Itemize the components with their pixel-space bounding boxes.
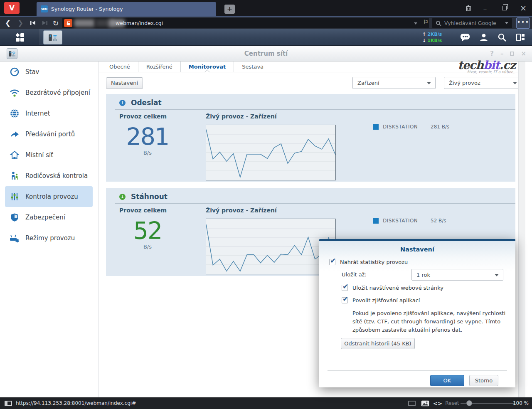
sidebar-item-predavani-portu[interactable]: Předávání portů [5,124,93,145]
web-history-label: Uložit navštívené webové stránky [352,285,443,291]
url-text[interactable]: webman/index.cgi [116,18,163,28]
save-duration-value: 1 rok [416,269,430,281]
zoom-slider-handle[interactable] [466,400,472,406]
web-history-checkbox[interactable] [342,285,348,291]
sidebar-item-bezdratove-pripojeni[interactable]: Bezdrátové připojení [5,82,93,103]
search-engine-icon[interactable] [436,20,441,26]
app-minimize-button[interactable]: – [500,50,504,57]
network-center-taskbar-button[interactable] [43,30,62,44]
new-tab-button[interactable]: + [224,5,235,14]
status-url: https://94.113.253.28:8001/webman/index.… [16,397,136,409]
window-restore-button[interactable] [498,0,510,16]
trash-icon[interactable] [462,0,475,16]
tab-obecne[interactable]: Obecné [101,62,138,72]
save-duration-dropdown[interactable]: 1 rok [411,269,503,281]
upload-section: ↑ Odeslat Provoz celkem 281 B/s Živý pro… [106,94,515,182]
upload-section-title: Odeslat [131,99,162,107]
fast-forward-icon[interactable] [39,17,50,29]
sidebar: Stav Bezdrátové připojení Internet Předá… [0,62,99,397]
settings-button[interactable]: Nastavení [106,77,143,89]
app-detection-checkbox[interactable] [342,297,348,303]
search-button[interactable] [495,32,509,43]
download-rate: 1KB/s [427,37,442,44]
insecure-lock-icon[interactable] [64,19,72,27]
search-engine-dropdown-icon[interactable] [505,22,508,24]
upload-total-label: Provoz celkem [119,113,167,120]
settings-dialog: Nastavení Nahrát statistiky provozu Ulož… [319,239,515,387]
app-close-button[interactable]: × [521,50,526,57]
download-unit: B/s [114,244,181,250]
code-view-icon[interactable]: <> [432,397,443,409]
page-actions-icon[interactable] [406,397,418,409]
upload-value: 281 [114,125,181,149]
app-help-button[interactable]: ? [490,50,494,57]
chevron-down-icon [513,82,517,84]
app-detection-label: Povolit zjišťování aplikací [352,297,420,303]
sidebar-item-label: Místní síť [25,151,53,159]
family-icon [9,170,20,181]
user-menu-button[interactable] [477,32,490,43]
sidebar-item-stav[interactable]: Stav [5,62,93,82]
url-dropdown-icon[interactable] [414,22,417,25]
download-legend: DISKSTATION 52 B/s [373,218,446,224]
window-minimize-button[interactable]: – [479,0,491,16]
vivaldi-logo-icon[interactable]: V [4,2,20,14]
download-circle-icon: ↓ [119,194,126,200]
legend-device-value: 52 B/s [431,218,446,224]
back-icon[interactable]: ❮ [2,17,13,29]
device-dropdown[interactable]: Zařízení [352,77,436,89]
upload-live-chart [206,125,336,180]
zoom-level: 100 % [513,397,529,409]
download-live-chart [206,219,336,274]
legend-color-swatch [373,124,379,130]
sidebar-item-mistni-sit[interactable]: Místní síť [5,145,93,165]
app-window-titlebar[interactable]: Centrum sítí ? – × [0,46,532,62]
window-close-button[interactable]: × [517,0,530,16]
sidebar-item-kontrola-provozu[interactable]: Kontrola provozu [5,186,93,207]
tab-sestava[interactable]: Sestava [234,62,271,72]
home-network-icon [9,150,20,160]
search-field[interactable]: Vyhledávání Google [432,18,512,28]
srm-favicon-icon: SRM [41,5,48,12]
browser-navbar: ❮ ❯ ↻ ⌂ webman/index.cgi ⚐ Vyhledávání G [0,16,532,29]
sidebar-item-label: Internet [25,110,50,117]
zoom-reset-button[interactable]: Reset [445,397,460,409]
upload-stats-checkbox[interactable] [329,259,335,265]
legend-device-value: 281 B/s [431,124,449,130]
sidebar-item-rezimy-provozu[interactable]: Režimy provozu [5,228,93,249]
rewind-icon[interactable] [27,17,38,29]
bookmark-flag-icon[interactable]: ⚐ [423,19,429,25]
tab-rozsirene[interactable]: Rozšířené [138,62,181,72]
notifications-button[interactable] [458,32,472,43]
download-total-value: 52 B/s [114,219,181,250]
address-bar[interactable]: webman/index.cgi ⚐ [62,18,429,28]
forward-icon[interactable]: ❯ [15,17,26,29]
extensions-more-button[interactable]: ••• [516,17,530,29]
main-menu-button[interactable] [0,29,40,45]
sidebar-item-rodicovska-kontrola[interactable]: Rodičovská kontrola [5,165,93,186]
browser-titlebar: V SRM Synology Router - Synology + – × [0,0,532,16]
images-toggle-icon[interactable] [419,397,431,409]
browser-tab[interactable]: SRM Synology Router - Synology [37,2,216,16]
upload-arrow-icon: ↑ [422,31,426,37]
app-maximize-button[interactable] [510,52,514,56]
traffic-indicator[interactable]: ↑2KB/s ↓1KB/s [422,31,442,44]
sidebar-item-label: Bezdrátové připojení [25,89,90,96]
cancel-button[interactable]: Storno [469,375,498,386]
reload-icon[interactable]: ↻ [50,17,62,29]
sidebar-item-zabezpeceni[interactable]: Zabezpečení [5,207,93,228]
delete-history-button[interactable]: Odstranit historii (45 KB) [341,338,415,349]
restore-icon [502,6,507,10]
sidebar-item-internet[interactable]: Internet [5,103,93,124]
mode-dropdown[interactable]: Živý provoz [444,77,522,89]
tab-monitorovat[interactable]: Monitorovat [181,62,234,72]
page-scrollbar[interactable] [518,62,525,397]
gauge-icon [9,67,20,77]
main-menu-icon [16,33,24,42]
widgets-button[interactable] [514,32,527,43]
legend-color-swatch [373,218,379,224]
upload-rate: 2KB/s [427,31,442,37]
panel-toggle-icon[interactable] [5,401,12,406]
ok-button[interactable]: OK [430,375,464,386]
redacted-url-segment [74,19,95,27]
